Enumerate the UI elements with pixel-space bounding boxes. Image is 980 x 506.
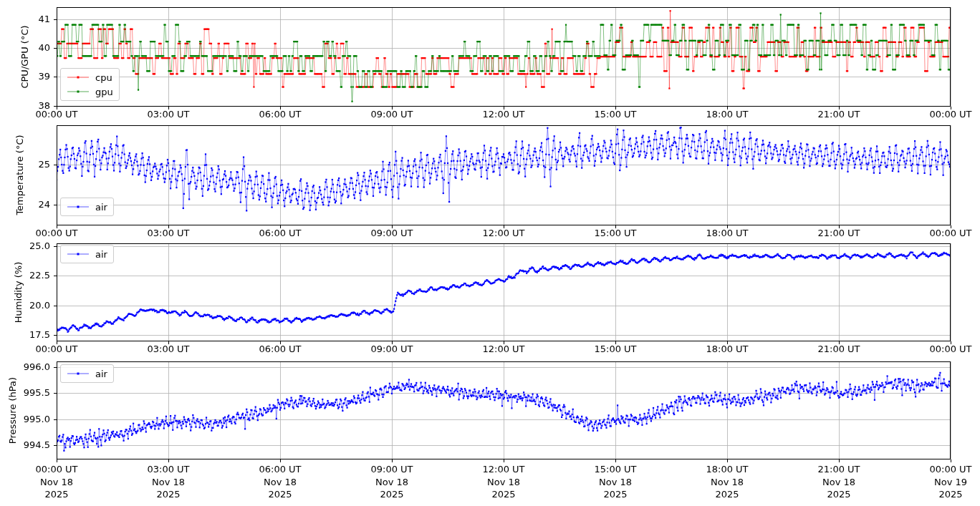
x-tick-year-label: 2025: [807, 489, 871, 500]
legend: cpugpu: [60, 68, 120, 101]
legend-item: air: [67, 248, 107, 260]
x-tick-label: 18:00 UT: [695, 344, 759, 354]
x-tick-label: 00:00 UT: [918, 464, 980, 475]
x-tick-label: 06:00 UT: [248, 464, 312, 475]
x-tick-label: 15:00 UT: [583, 109, 648, 120]
x-tick-label: 00:00 UT: [918, 228, 980, 238]
x-tick-label: 00:00 UT: [24, 464, 89, 475]
legend: air: [60, 364, 114, 383]
legend-line-marker-sample: [67, 74, 90, 81]
x-tick-label: 00:00 UT: [918, 109, 980, 120]
x-tick-label: 06:00 UT: [248, 228, 312, 238]
legend-item: air: [67, 201, 107, 213]
x-tick-year-label: 2025: [24, 489, 89, 500]
x-tick-year-label: 2025: [248, 489, 312, 500]
x-tick-label: 03:00 UT: [136, 109, 201, 120]
y-tick-label: 20.0: [0, 300, 50, 311]
legend-label: air: [95, 202, 107, 213]
x-tick-date-label: Nov 18: [24, 477, 89, 487]
x-tick-year-label: 2025: [583, 489, 648, 500]
plot-canvas: [0, 0, 980, 506]
x-tick-label: 00:00 UT: [24, 109, 89, 120]
x-tick-year-label: 2025: [471, 489, 536, 500]
x-tick-label: 12:00 UT: [471, 344, 536, 354]
x-tick-label: 06:00 UT: [248, 109, 312, 120]
x-tick-date-label: Nov 18: [360, 477, 424, 487]
x-tick-year-label: 2025: [360, 489, 424, 500]
x-tick-label: 03:00 UT: [136, 344, 201, 354]
y-tick-label: 25: [0, 159, 50, 170]
x-tick-date-label: Nov 18: [695, 477, 759, 487]
legend: air: [60, 245, 114, 263]
y-tick-label: 25.0: [0, 240, 50, 251]
x-tick-label: 06:00 UT: [248, 344, 312, 354]
x-tick-year-label: 2025: [695, 489, 759, 500]
legend-line-marker-sample: [67, 203, 90, 210]
x-tick-label: 21:00 UT: [807, 109, 871, 120]
x-tick-label: 21:00 UT: [807, 344, 871, 354]
x-tick-label: 00:00 UT: [24, 344, 89, 354]
legend: air: [60, 198, 114, 216]
legend-line-marker-sample: [67, 370, 90, 377]
x-tick-label: 15:00 UT: [583, 344, 648, 354]
x-tick-label: 21:00 UT: [807, 464, 871, 475]
legend-item: cpu: [67, 72, 113, 83]
x-tick-label: 00:00 UT: [918, 344, 980, 354]
x-tick-label: 21:00 UT: [807, 228, 871, 238]
x-tick-label: 00:00 UT: [24, 228, 89, 238]
legend-label: air: [95, 369, 107, 379]
x-tick-label: 18:00 UT: [695, 109, 759, 120]
legend-line-marker-sample: [67, 88, 90, 95]
x-tick-label: 12:00 UT: [471, 228, 536, 238]
x-tick-label: 15:00 UT: [583, 464, 648, 475]
x-tick-label: 18:00 UT: [695, 228, 759, 238]
x-tick-year-label: 2025: [918, 489, 980, 500]
axis-ylabel: Pressure (hPa): [7, 339, 18, 482]
x-tick-date-label: Nov 19: [918, 477, 980, 487]
legend-item: air: [67, 368, 107, 379]
x-tick-label: 18:00 UT: [695, 464, 759, 475]
x-tick-label: 09:00 UT: [360, 464, 424, 475]
x-tick-label: 15:00 UT: [583, 228, 648, 238]
x-tick-label: 12:00 UT: [471, 464, 536, 475]
x-tick-date-label: Nov 18: [807, 477, 871, 487]
legend-label: air: [95, 249, 107, 260]
x-tick-label: 12:00 UT: [471, 109, 536, 120]
x-tick-date-label: Nov 18: [136, 477, 201, 487]
x-tick-year-label: 2025: [136, 489, 201, 500]
x-tick-label: 03:00 UT: [136, 464, 201, 475]
environment-timeseries-figure: 3839404100:00 UT03:00 UT06:00 UT09:00 UT…: [0, 0, 980, 506]
x-tick-label: 09:00 UT: [360, 344, 424, 354]
legend-line-marker-sample: [67, 250, 90, 258]
legend-label: gpu: [95, 87, 113, 97]
x-tick-label: 09:00 UT: [360, 109, 424, 120]
x-tick-date-label: Nov 18: [471, 477, 536, 487]
y-tick-label: 22.5: [0, 270, 50, 281]
x-tick-date-label: Nov 18: [248, 477, 312, 487]
x-tick-label: 09:00 UT: [360, 228, 424, 238]
legend-label: cpu: [95, 72, 112, 83]
y-tick-label: 24: [0, 199, 50, 210]
legend-item: gpu: [67, 86, 113, 97]
x-tick-date-label: Nov 18: [583, 477, 648, 487]
x-tick-label: 03:00 UT: [136, 228, 201, 238]
